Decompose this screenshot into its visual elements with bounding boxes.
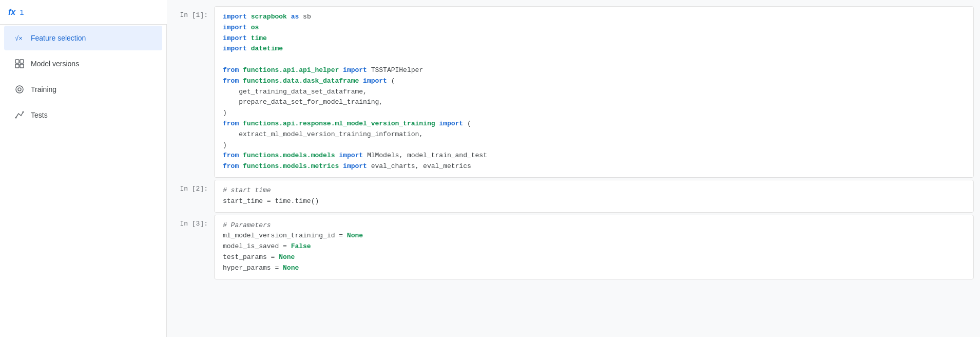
cell-content-2[interactable]: # start time start_time = time.time() <box>214 180 974 213</box>
sidebar-label-feature-selection: Feature selection <box>31 34 86 42</box>
cell-number: 1 <box>20 8 24 16</box>
sidebar-label-model-versions: Model versions <box>31 60 79 68</box>
notebook-cell-2: In [2]: # start time start_time = time.t… <box>173 180 974 213</box>
sidebar-item-tests[interactable]: Tests <box>4 103 162 127</box>
svg-rect-1 <box>15 60 19 63</box>
model-versions-icon <box>14 59 25 69</box>
notebook-cell-3: In [3]: # Parameters ml_model_version_tr… <box>173 215 974 279</box>
training-icon <box>14 84 25 95</box>
notebook-cell-1: In [1]: import scrapbook as sb import os… <box>173 6 974 178</box>
svg-point-5 <box>16 86 23 93</box>
top-bar: fx 1 <box>0 0 167 25</box>
cell-label-3: In [3]: <box>173 215 214 228</box>
sidebar-item-feature-selection[interactable]: √× Feature selection <box>4 26 162 50</box>
sidebar-label-training: Training <box>31 85 56 93</box>
tests-icon <box>14 110 25 120</box>
svg-point-6 <box>18 88 21 91</box>
sidebar-item-model-versions[interactable]: Model versions <box>4 51 162 76</box>
svg-text:√×: √× <box>15 34 23 42</box>
svg-rect-3 <box>15 64 19 68</box>
notebook-main: In [1]: import scrapbook as sb import os… <box>167 0 980 337</box>
cell-label-2: In [2]: <box>173 180 214 193</box>
svg-rect-4 <box>20 64 24 68</box>
cell-content-1[interactable]: import scrapbook as sb import os import … <box>214 6 974 178</box>
sidebar-item-training[interactable]: Training <box>4 77 162 102</box>
sidebar-label-tests: Tests <box>31 111 48 119</box>
cell-label-1: In [1]: <box>173 6 214 19</box>
svg-point-8 <box>23 111 24 113</box>
sidebar: √× Feature selection Model versions Trai… <box>0 0 167 337</box>
cell-content-3[interactable]: # Parameters ml_model_version_training_i… <box>214 215 974 279</box>
svg-point-7 <box>15 117 17 119</box>
feature-selection-icon: √× <box>14 33 25 43</box>
svg-rect-2 <box>20 60 24 63</box>
fx-icon: fx <box>8 8 15 17</box>
